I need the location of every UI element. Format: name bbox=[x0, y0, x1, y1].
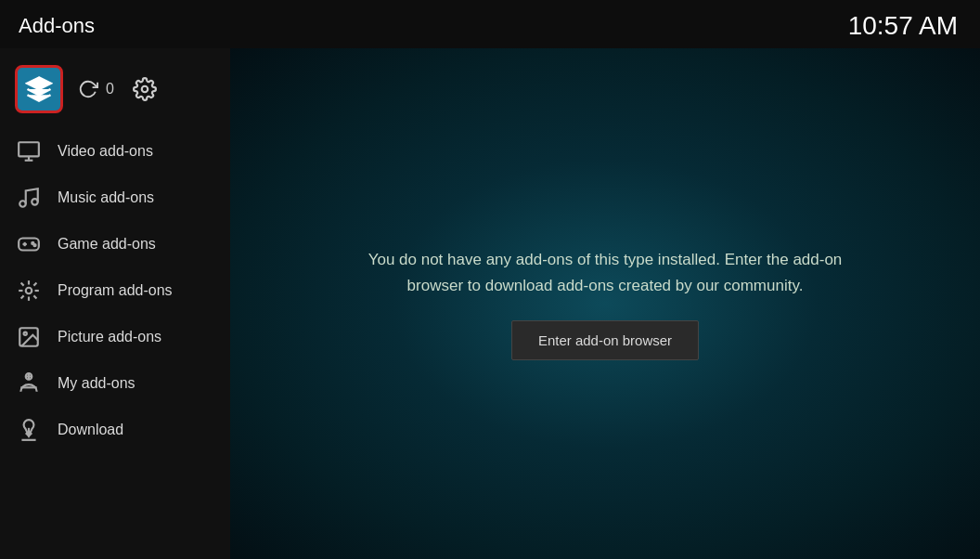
my-addons-label: My add-ons bbox=[58, 375, 135, 392]
download-icon bbox=[17, 418, 41, 442]
sidebar-item-video-addons[interactable]: Video add-ons bbox=[0, 128, 230, 175]
program-icon bbox=[17, 279, 41, 303]
picture-addons-label: Picture add-ons bbox=[58, 329, 161, 345]
sidebar-controls: 0 bbox=[0, 59, 230, 128]
enter-addon-browser-button[interactable]: Enter add-on browser bbox=[511, 320, 699, 360]
addon-browser-icon-button[interactable] bbox=[15, 65, 63, 113]
box-icon bbox=[25, 75, 53, 103]
sidebar-item-program-addons[interactable]: Program add-ons bbox=[0, 267, 230, 314]
refresh-count: 0 bbox=[106, 81, 114, 98]
page-title: Add-ons bbox=[19, 14, 95, 38]
refresh-area: 0 bbox=[78, 79, 114, 99]
video-addons-label: Video add-ons bbox=[58, 143, 153, 160]
sidebar-item-download[interactable]: Download bbox=[0, 407, 230, 453]
sidebar-item-music-addons[interactable]: Music add-ons bbox=[0, 175, 230, 221]
svg-line-18 bbox=[33, 283, 36, 286]
svg-line-17 bbox=[33, 295, 36, 298]
video-icon bbox=[17, 139, 41, 163]
content-area: You do not have any add-ons of this type… bbox=[230, 48, 980, 559]
download-label: Download bbox=[58, 422, 123, 438]
picture-icon bbox=[17, 325, 41, 349]
svg-point-21 bbox=[24, 332, 27, 335]
svg-line-16 bbox=[21, 283, 24, 286]
game-icon bbox=[17, 232, 41, 256]
clock: 10:57 AM bbox=[848, 11, 958, 41]
empty-state-text: You do not have any add-ons of this type… bbox=[345, 247, 865, 297]
refresh-icon[interactable] bbox=[78, 79, 98, 99]
svg-rect-1 bbox=[19, 142, 39, 156]
sidebar-item-my-addons[interactable]: My add-ons bbox=[0, 360, 230, 407]
svg-point-11 bbox=[26, 288, 32, 294]
sidebar-item-picture-addons[interactable]: Picture add-ons bbox=[0, 314, 230, 360]
main-layout: 0 Video add-ons Music add-ons bbox=[0, 48, 980, 559]
svg-point-5 bbox=[32, 199, 38, 205]
program-addons-label: Program add-ons bbox=[58, 282, 173, 299]
music-icon bbox=[17, 186, 41, 210]
sidebar: 0 Video add-ons Music add-ons bbox=[0, 48, 230, 559]
empty-state-message: You do not have any add-ons of this type… bbox=[345, 247, 865, 359]
music-addons-label: Music add-ons bbox=[58, 189, 154, 206]
svg-point-4 bbox=[19, 201, 26, 207]
my-addons-icon bbox=[17, 371, 41, 396]
svg-line-19 bbox=[21, 295, 24, 298]
settings-icon[interactable] bbox=[133, 77, 157, 101]
game-addons-label: Game add-ons bbox=[58, 236, 156, 253]
sidebar-item-game-addons[interactable]: Game add-ons bbox=[0, 221, 230, 267]
svg-point-0 bbox=[142, 86, 148, 93]
header: Add-ons 10:57 AM bbox=[0, 0, 980, 48]
svg-point-10 bbox=[33, 244, 35, 246]
